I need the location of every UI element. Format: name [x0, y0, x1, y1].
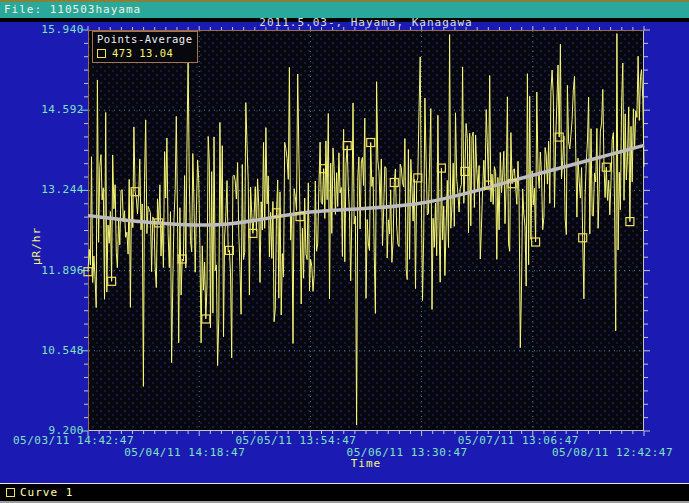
legend-title: Points-Average: [97, 33, 193, 45]
curve-selector[interactable]: Curve 1: [6, 486, 73, 499]
y-tick-label: 14.592: [18, 103, 84, 116]
curve-selector-label: Curve 1: [20, 486, 73, 499]
plot-area[interactable]: [88, 30, 644, 431]
y-tick-label: 13.244: [18, 183, 84, 196]
x-axis-title: Time: [88, 457, 644, 470]
x-tick-label: 05/05/11 13:54:47: [235, 434, 356, 447]
legend-row: 473 13.04: [97, 47, 193, 59]
legend-box: Points-Average 473 13.04: [92, 31, 198, 63]
x-tick-label: 05/03/11 14:42:47: [13, 434, 134, 447]
open-square-marker-icon: [97, 49, 106, 58]
open-square-marker-icon: [6, 488, 15, 497]
y-tick-label: 15.940: [18, 23, 84, 36]
legend-value: 473 13.04: [112, 47, 173, 59]
y-axis-title: µR/hr: [30, 227, 43, 265]
y-tick-label: 10.548: [18, 344, 84, 357]
chart-title: 2011.5.03-, Hayama, Kanagawa: [88, 16, 644, 29]
y-tick-label: 11.896: [18, 264, 84, 277]
status-bar: Curve 1: [0, 483, 689, 503]
window-title: File: 110503hayama: [4, 3, 141, 16]
